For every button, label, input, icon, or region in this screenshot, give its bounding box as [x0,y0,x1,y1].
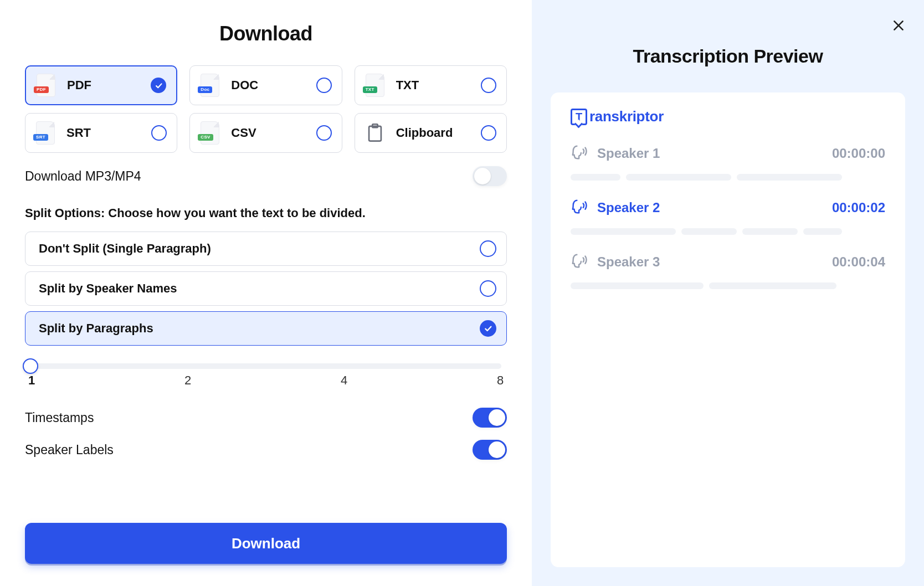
format-label: TXT [396,78,481,92]
speaker-timestamp: 00:00:02 [832,200,885,215]
split-option-label: Don't Split (Single Paragraph) [39,241,211,256]
speaker-timestamp: 00:00:04 [832,254,885,270]
slider-thumb[interactable] [23,358,38,374]
speaker-text-placeholder [571,282,885,289]
brand-logo: Transkriptor [571,108,885,125]
slider-tick: 4 [338,373,350,388]
speaker-icon [571,251,589,273]
download-button[interactable]: Download [25,523,507,564]
brand-text: ranskriptor [589,108,664,125]
split-option-label: Split by Speaker Names [39,281,177,296]
speaker-block: Speaker 100:00:00 [571,143,885,181]
page-title: Download [25,22,507,45]
slider-tick: 2 [182,373,193,388]
speaker-text-placeholder [571,174,885,181]
speaker-timestamp: 00:00:00 [832,146,885,161]
speaker-name: Speaker 1 [597,146,660,161]
format-radio [316,125,332,141]
split-options-list: Don't Split (Single Paragraph)Split by S… [25,232,507,351]
split-option-paragraph[interactable]: Split by Paragraphs [25,311,507,346]
format-label: SRT [66,126,151,140]
format-csv[interactable]: CSVCSV [189,113,342,153]
paragraph-slider: 1248 [25,359,507,388]
timestamps-label: Timestamps [25,410,94,425]
format-grid: PDFPDFDocDOCTXTTXTSRTSRTCSVCSVClipboard [25,65,507,153]
speaker-name: Speaker 3 [597,254,660,270]
doc-file-icon: Doc [199,73,221,98]
format-doc[interactable]: DocDOC [189,65,342,105]
format-pdf[interactable]: PDFPDF [25,65,177,105]
clipboard-file-icon [364,120,386,146]
split-radio [480,320,496,337]
mp3-toggle-label: Download MP3/MP4 [25,169,141,184]
download-panel: Download PDFPDFDocDOCTXTTXTSRTSRTCSVCSVC… [0,0,532,586]
format-radio [481,78,496,93]
format-radio [151,125,167,141]
format-radio [481,125,496,141]
speakers-list: Speaker 100:00:00Speaker 200:00:02Speake… [571,143,885,289]
format-label: PDF [67,78,151,92]
mp3-toggle-row: Download MP3/MP4 [25,166,507,186]
format-radio [316,78,332,93]
speaker-icon [571,143,589,164]
split-section-heading: Split Options: Choose how you want the t… [25,206,507,220]
speakerlabels-toggle-row: Speaker Labels [25,440,507,460]
format-clipboard[interactable]: Clipboard [355,113,507,153]
speaker-icon [571,197,589,218]
srt-file-icon: SRT [34,120,57,146]
split-option-single[interactable]: Don't Split (Single Paragraph) [25,232,507,266]
preview-title: Transcription Preview [551,45,905,67]
format-label: DOC [231,78,316,92]
slider-ticks: 1248 [25,373,507,388]
format-srt[interactable]: SRTSRT [25,113,177,153]
speaker-name: Speaker 2 [597,200,660,215]
format-txt[interactable]: TXTTXT [355,65,507,105]
format-label: CSV [231,126,316,140]
speaker-header: Speaker 300:00:04 [571,251,885,273]
speaker-text-placeholder [571,228,885,235]
split-option-speaker[interactable]: Split by Speaker Names [25,271,507,306]
brand-mark-icon: T [571,109,587,125]
speakerlabels-switch[interactable] [473,440,507,460]
split-radio [480,280,496,297]
extra-toggles: TimestampsSpeaker Labels [25,408,507,472]
split-option-label: Split by Paragraphs [39,321,153,336]
speaker-header: Speaker 100:00:00 [571,143,885,164]
pdf-file-icon: PDF [35,73,57,98]
timestamps-switch[interactable] [473,408,507,428]
slider-tick: 8 [495,373,506,388]
timestamps-toggle-row: Timestamps [25,408,507,428]
close-icon[interactable] [889,16,908,35]
speaker-header: Speaker 200:00:02 [571,197,885,218]
speaker-block: Speaker 300:00:04 [571,251,885,289]
split-radio [480,240,496,257]
txt-file-icon: TXT [364,73,386,98]
slider-track[interactable] [30,363,501,369]
speakerlabels-label: Speaker Labels [25,443,114,458]
preview-card: Transkriptor Speaker 100:00:00Speaker 20… [551,92,905,567]
preview-panel: Transcription Preview Transkriptor Speak… [532,0,924,586]
mp3-toggle-switch[interactable] [473,166,507,186]
svg-rect-0 [369,126,381,141]
format-label: Clipboard [396,126,481,140]
slider-tick: 1 [26,373,37,388]
speaker-block: Speaker 200:00:02 [571,197,885,235]
csv-file-icon: CSV [199,120,221,146]
format-radio [151,78,166,93]
